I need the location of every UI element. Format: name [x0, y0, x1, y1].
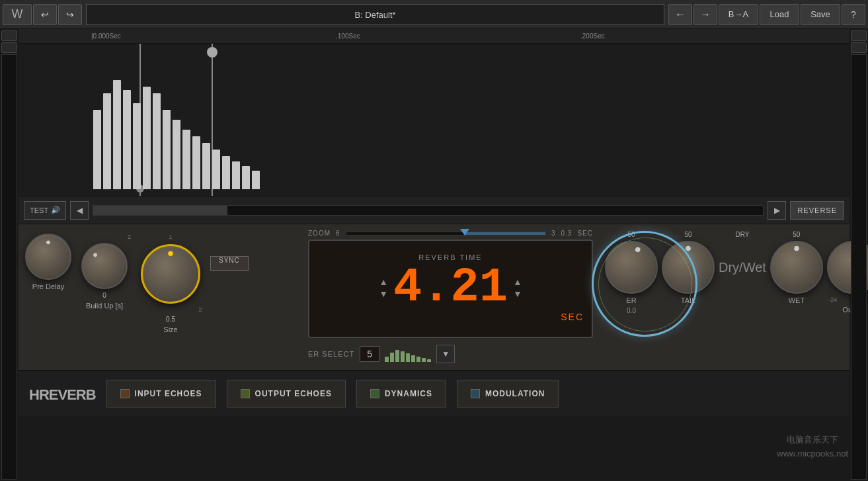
svg-point-4: [147, 251, 194, 298]
ir-bar-10: [182, 130, 190, 189]
play-button[interactable]: ◀: [70, 201, 89, 220]
size-knob-outer: [141, 244, 200, 304]
zoom-sec-label: SEC: [577, 230, 593, 237]
er-select-row: ER SELECT 5 ▼: [308, 341, 593, 367]
er-bar-6: [411, 355, 415, 362]
ruler: |0.000Sec .100Sec .200Sec: [19, 29, 849, 44]
test-button[interactable]: TEST 🔊: [24, 201, 66, 220]
preset-next-button[interactable]: →: [693, 4, 717, 25]
reverb-dec2: 1: [479, 264, 508, 312]
transport-bar: TEST 🔊 ◀ ▶ REVERSE: [19, 196, 849, 224]
er-bar-9: [427, 359, 431, 362]
save-button[interactable]: Save: [801, 4, 840, 25]
er-bar-2: [390, 353, 394, 362]
ir-bar-13: [212, 150, 220, 189]
ir-bar-6: [143, 87, 151, 189]
ir-bar-2: [103, 93, 111, 189]
left-meter: [0, 29, 19, 481]
svg-point-10: [775, 245, 819, 290]
tab-indicator-input-echoes: [120, 389, 130, 398]
build-up-label: Build Up [s]: [86, 302, 123, 310]
compare-button[interactable]: B→A: [719, 4, 758, 25]
reverb-time-display: REVERB TIME ▲ ▼ 4 . 2 1 ▲: [308, 240, 593, 338]
undo-button[interactable]: ↩: [33, 4, 57, 25]
build-up-knob[interactable]: [81, 243, 128, 289]
zoom-val2: 3: [551, 230, 556, 237]
logo-hr: HR: [29, 386, 49, 403]
speaker-icon: 🔊: [51, 206, 60, 214]
reverb-down-arrow2[interactable]: ▼: [513, 289, 522, 298]
pre-delay-label: Pre Delay: [32, 283, 64, 290]
help-button[interactable]: ?: [842, 4, 865, 25]
ruler-label-1: .100Sec: [336, 32, 360, 40]
svg-point-9: [686, 246, 691, 251]
left-meter-btn2[interactable]: [1, 42, 17, 53]
svg-point-5: [168, 251, 173, 255]
preset-name[interactable]: B: Default*: [86, 4, 664, 25]
tab-indicator-dynamics: [370, 389, 379, 398]
build-up-range-max: 2: [128, 234, 131, 240]
tail-top-val: 50: [684, 231, 691, 238]
svg-point-1: [46, 240, 50, 244]
reverse-button[interactable]: REVERSE: [790, 201, 844, 220]
transport-progress[interactable]: [93, 205, 764, 216]
tail-knob-label: TAIL: [681, 296, 695, 304]
right-meter-btn2[interactable]: [851, 42, 867, 53]
sync-button[interactable]: SYNC: [210, 256, 249, 271]
ir-bar-16: [242, 166, 250, 189]
svg-point-6: [610, 245, 654, 290]
controls-area: Pre Delay 2: [19, 224, 849, 370]
pre-delay-knob[interactable]: [25, 234, 71, 280]
redo-button[interactable]: ↪: [58, 4, 82, 25]
ir-bar-15: [232, 161, 240, 189]
tab-dynamics-label: DYNAMICS: [385, 389, 432, 398]
er-bars: [385, 346, 431, 362]
ir-bar-17: [252, 171, 260, 189]
er-select-label: ER SELECT: [308, 350, 354, 358]
ir-bar-12: [202, 143, 210, 189]
reverb-up-arrow2[interactable]: ▲: [513, 277, 522, 286]
zoom-val1: 6: [336, 230, 340, 237]
size-range-max: 2: [198, 306, 202, 313]
knobs-row: Pre Delay 2: [25, 234, 296, 333]
tab-dynamics[interactable]: DYNAMICS: [356, 380, 446, 408]
wet-knob-col: 50 WET: [770, 231, 823, 304]
size-knob[interactable]: [141, 244, 200, 304]
main-area: |0.000Sec .100Sec .200Sec: [0, 29, 868, 481]
logo-suffix: EVERB: [49, 386, 96, 403]
transport-fill: [93, 206, 227, 215]
zoom-bar: ZOOM 6 3 0.3 SEC: [308, 227, 593, 240]
wet-knob[interactable]: [770, 241, 823, 294]
reverb-up-arrow[interactable]: ▲: [379, 277, 388, 286]
svg-point-2: [86, 247, 124, 285]
dry-wet-spacer: Dry/Wet: [719, 241, 766, 294]
er-select-value: 5: [360, 346, 379, 362]
build-up-group: 2 0 Build Up [s]: [78, 234, 131, 310]
ir-bar-14: [222, 156, 230, 189]
preset-prev-button[interactable]: ←: [668, 4, 692, 25]
build-up-knob-outer: [81, 243, 128, 289]
forward-button[interactable]: ▶: [768, 201, 786, 220]
zoom-thumb: [460, 229, 469, 236]
pre-delay-knob-outer: [25, 234, 71, 280]
svg-point-7: [635, 246, 641, 253]
size-range-top: 1: [169, 234, 172, 240]
left-meter-btn1[interactable]: [1, 30, 17, 41]
tab-input-echoes[interactable]: INPUT ECHOES: [106, 380, 216, 408]
waves-logo[interactable]: W: [3, 4, 32, 25]
er-top-val: 50: [627, 231, 635, 238]
right-meter-btn1[interactable]: [851, 30, 867, 41]
reverb-down-arrow[interactable]: ▼: [379, 289, 388, 298]
tail-knob[interactable]: [662, 241, 715, 294]
load-button[interactable]: Load: [760, 4, 799, 25]
center-content: |0.000Sec .100Sec .200Sec: [19, 29, 849, 481]
reverb-time-row: ▲ ▼ 4 . 2 1 ▲ ▼: [379, 264, 522, 312]
tab-output-echoes[interactable]: OUTPUT ECHOES: [227, 380, 346, 408]
tab-modulation[interactable]: MODULATION: [457, 380, 559, 408]
reverb-display: |0.000Sec .100Sec .200Sec: [19, 29, 849, 224]
er-knob[interactable]: [605, 241, 658, 294]
zoom-slider[interactable]: [346, 232, 546, 236]
er-dropdown-button[interactable]: ▼: [436, 345, 455, 363]
reverb-dec1: 2: [451, 264, 479, 312]
size-label: Size: [163, 326, 177, 333]
